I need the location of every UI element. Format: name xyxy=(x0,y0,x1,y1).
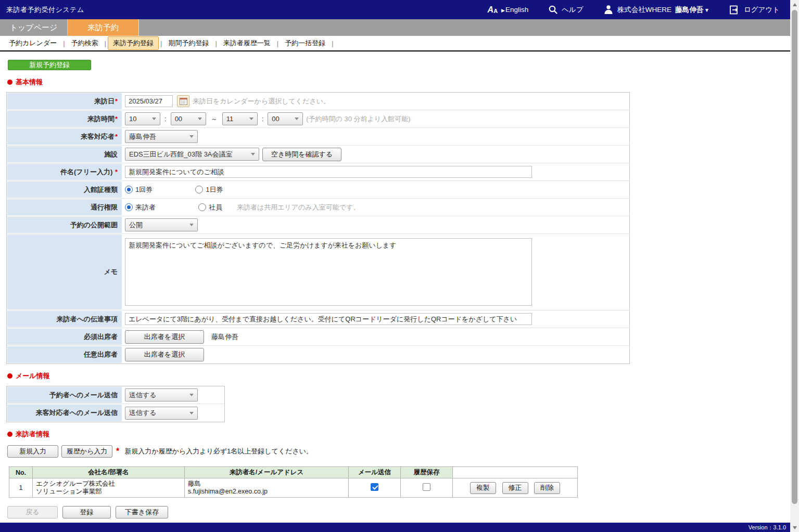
visitor-table-row: 1 エクシオグループ株式会社 ソリューション事業部 藤島 s.fujishima… xyxy=(9,478,578,498)
language-switch[interactable]: AA ▶English xyxy=(488,6,529,14)
attendant-label: 来客対応者 xyxy=(81,132,115,141)
visibility-label: 予約の公開範囲 xyxy=(70,220,118,230)
attendant-select[interactable]: 藤島伸吾 xyxy=(125,130,198,143)
submenu-visit-reservation-register[interactable]: 来訪予約登録 xyxy=(108,36,159,50)
access-option-visitor[interactable]: 来訪者 xyxy=(125,203,156,212)
visitor-company: エクシオグループ株式会社 ソリューション事業部 xyxy=(36,480,181,496)
submenu-visitor-history-list[interactable]: 来訪者履歴一覧 xyxy=(219,37,275,49)
visitor-reservation-page: 来訪者予約受付システム AA ▶English ヘルプ 株式会社WHERE 藤島… xyxy=(0,0,799,532)
chevron-down-icon: ▼ xyxy=(704,7,709,13)
select-arrow-icon xyxy=(152,118,156,120)
end-hour-select[interactable]: 11 xyxy=(222,112,258,125)
visitor-name-email: 藤島 s.fujishima@en2.exeo.co.jp xyxy=(188,480,345,496)
mail-send-checkbox[interactable] xyxy=(371,483,378,491)
access-permission-hint: 来訪者は共用エリアのみ入室可能です。 xyxy=(237,203,360,212)
access-permission-row: 通行権限 来訪者 社員 来訪者は共用エリアのみ入室可能です。 xyxy=(7,199,629,216)
memo-textarea[interactable]: 新規開発案件についてご相談がございますので、ご足労かけますが来社をお願いします xyxy=(125,238,532,306)
form-action-buttons: 戻る 登録 下書き保存 xyxy=(7,506,790,518)
scrollbar-down-arrow[interactable] xyxy=(790,523,799,532)
visitor-message-input[interactable] xyxy=(125,313,532,325)
submenu-period-reservation-register[interactable]: 期間予約登録 xyxy=(163,37,213,49)
visibility-select[interactable]: 公開 xyxy=(125,218,198,231)
visitors-table-header: No. 会社名/部署名 来訪者名/メールアドレス メール送信 履歴保存 xyxy=(9,467,578,478)
optional-attendees-label: 任意出席者 xyxy=(84,350,118,359)
attendant-row: 来客対応者* 藤島伸吾 xyxy=(7,128,629,146)
basic-info-table: 来訪日* 来訪日をカレンダーから選択してください。 来訪時間* 10 : 00 … xyxy=(6,92,630,364)
scrollbar-thumb[interactable] xyxy=(792,10,797,504)
select-arrow-icon xyxy=(198,118,202,120)
main-area: 来訪者予約受付システム AA ▶English ヘルプ 株式会社WHERE 藤島… xyxy=(0,0,790,532)
search-icon xyxy=(548,5,558,15)
duplicate-row-button[interactable]: 複製 xyxy=(470,482,496,494)
submenu-reservation-calendar[interactable]: 予約カレンダー xyxy=(4,37,61,49)
delete-row-button[interactable]: 削除 xyxy=(534,482,560,494)
visitor-message-label: 来訪者への伝達事項 xyxy=(56,315,118,324)
submenu-reservation-search[interactable]: 予約検索 xyxy=(67,37,103,49)
secondary-menu: 予約カレンダー | 予約検索 | 来訪予約登録 | 期間予約登録 | 来訪者履歴… xyxy=(0,36,790,51)
radio-checked-icon xyxy=(125,203,133,211)
save-draft-button[interactable]: 下書き保存 xyxy=(116,506,168,518)
submenu-divider: | xyxy=(105,40,106,47)
mail-to-attendant-select[interactable]: 送信する xyxy=(125,407,198,420)
visitors-table: No. 会社名/部署名 来訪者名/メールアドレス メール送信 履歴保存 1 エク… xyxy=(9,466,578,498)
visibility-row: 予約の公開範囲 公開 xyxy=(7,216,629,234)
radio-icon xyxy=(198,203,206,211)
select-optional-attendees-button[interactable]: 出席者を選択 xyxy=(125,348,204,361)
subject-row: 件名(フリー入力) * xyxy=(7,163,629,181)
col-no-header: No. xyxy=(9,467,33,478)
submenu-divider: | xyxy=(160,40,162,47)
start-minute-select[interactable]: 00 xyxy=(171,112,206,125)
new-entry-button[interactable]: 新規入力 xyxy=(7,445,58,458)
vertical-scrollbar[interactable] xyxy=(790,0,799,532)
top-navigation-bar: 来訪者予約受付システム AA ▶English ヘルプ 株式会社WHERE 藤島… xyxy=(0,0,790,19)
submenu-divider: | xyxy=(332,40,333,47)
pass-type-option-single[interactable]: 1回券 xyxy=(125,185,153,194)
topbar-actions: AA ▶English ヘルプ 株式会社WHERE 藤島伸吾▼ ログアウト xyxy=(488,4,780,15)
scrollbar-up-arrow[interactable] xyxy=(790,0,799,9)
required-mark: * xyxy=(116,447,119,456)
submenu-divider: | xyxy=(277,40,278,47)
access-option-employee[interactable]: 社員 xyxy=(198,203,222,212)
pass-type-row: 入館証種類 1回券 1日券 xyxy=(7,181,629,199)
mail-to-reserver-select[interactable]: 送信する xyxy=(125,388,198,401)
visitor-info-section-header: 来訪者情報 xyxy=(7,430,790,439)
visit-date-input[interactable] xyxy=(125,95,173,107)
account-menu[interactable]: 株式会社WHERE 藤島伸吾▼ xyxy=(603,4,709,15)
subject-input[interactable] xyxy=(125,166,532,178)
mail-info-table: 予約者へのメール送信 送信する 来客対応者へのメール送信 送信する xyxy=(6,386,225,422)
submenu-reservation-bulk-register[interactable]: 予約一括登録 xyxy=(280,37,330,49)
visit-date-row: 来訪日* 来訪日をカレンダーから選択してください。 xyxy=(7,93,629,110)
history-save-checkbox[interactable] xyxy=(423,483,430,491)
visit-time-label: 来訪時間 xyxy=(87,114,115,124)
visitor-entry-actions: 新規入力 履歴から入力 * 新規入力か履歴から入力より必ず1名以上登録してくださ… xyxy=(7,445,790,458)
facility-select[interactable]: EDS三田ビル西館_03階 3A会議室 xyxy=(125,148,259,161)
check-availability-button[interactable]: 空き時間を確認する xyxy=(262,148,341,161)
calendar-button[interactable] xyxy=(177,95,189,107)
logout-button[interactable]: ログアウト xyxy=(729,5,780,15)
company-name: 株式会社WHERE xyxy=(617,5,671,15)
visitor-row-number: 1 xyxy=(9,478,33,498)
select-required-attendees-button[interactable]: 出席者を選択 xyxy=(125,330,204,344)
required-attendees-label: 必須出席者 xyxy=(84,332,118,342)
facility-row: 施設 EDS三田ビル西館_03階 3A会議室 空き時間を確認する xyxy=(7,146,629,163)
mail-to-reserver-label: 予約者へのメール送信 xyxy=(49,391,118,400)
start-hour-select[interactable]: 10 xyxy=(125,112,160,125)
register-button[interactable]: 登録 xyxy=(62,506,111,518)
radio-checked-icon xyxy=(125,186,133,193)
person-icon xyxy=(603,4,614,15)
help-link[interactable]: ヘルプ xyxy=(548,5,583,15)
end-minute-select[interactable]: 00 xyxy=(268,112,303,125)
tab-top-page[interactable]: トップページ xyxy=(0,19,68,36)
play-icon: ▶ xyxy=(501,8,505,13)
tab-visit-reservation[interactable]: 来訪予約 xyxy=(68,19,139,36)
pass-type-option-day[interactable]: 1日券 xyxy=(195,185,223,194)
edit-row-button[interactable]: 修正 xyxy=(502,482,528,494)
facility-label: 施設 xyxy=(104,150,118,159)
entry-from-history-button[interactable]: 履歴から入力 xyxy=(61,445,112,458)
back-button: 戻る xyxy=(7,506,58,518)
select-arrow-icon xyxy=(189,394,194,396)
visit-time-row: 来訪時間* 10 : 00 ～ 11 : 00 (予約時間の 30 分前より入館… xyxy=(7,110,629,128)
select-arrow-icon xyxy=(189,412,194,414)
select-arrow-icon xyxy=(189,135,194,138)
submenu-divider: | xyxy=(215,40,217,47)
